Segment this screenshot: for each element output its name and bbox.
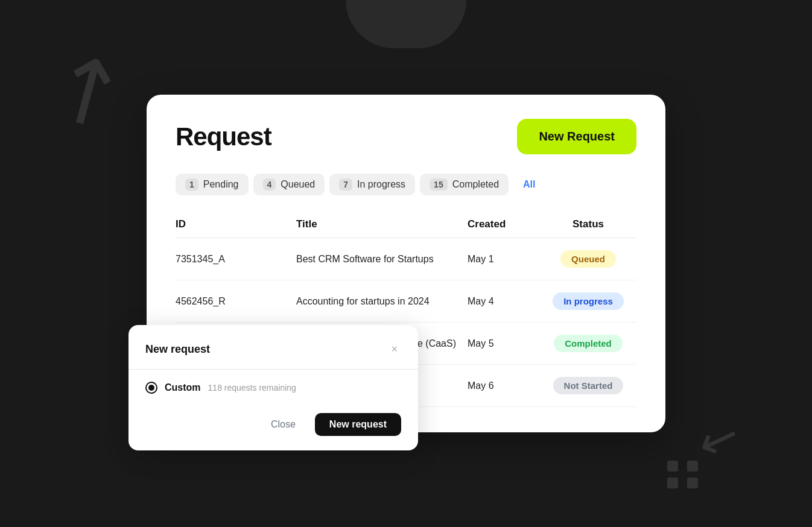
col-created: Created — [468, 212, 540, 238]
row-title: Best CRM Software for Startups — [296, 238, 468, 280]
modal-submit-button[interactable]: New request — [315, 413, 401, 436]
row-created: May 1 — [468, 238, 540, 280]
card-header: Request New Request — [176, 119, 636, 154]
bg-arrow-topleft: ↗ — [27, 24, 145, 153]
radio-button[interactable] — [145, 382, 157, 394]
radio-dot-inner — [148, 385, 154, 391]
row-created: May 5 — [468, 323, 540, 365]
col-title: Title — [296, 212, 468, 238]
col-status: Status — [540, 212, 636, 238]
tab-queued-label: Queued — [281, 179, 315, 190]
modal-header: New request × — [145, 342, 401, 357]
row-created: May 6 — [468, 365, 540, 407]
modal-dialog: New request × Custom 118 requests remain… — [128, 325, 418, 450]
status-badge: Completed — [554, 335, 623, 352]
modal-option-label: Custom — [165, 382, 201, 393]
table-header-row: ID Title Created Status — [176, 212, 636, 238]
tab-completed-count: 15 — [430, 178, 448, 191]
tab-queued-count: 4 — [263, 178, 276, 191]
modal-option: Custom 118 requests remaining — [145, 382, 401, 394]
row-created: May 4 — [468, 280, 540, 323]
modal-close-action-button[interactable]: Close — [259, 413, 308, 436]
tab-queued[interactable]: 4 Queued — [253, 174, 325, 195]
tab-in-progress-label: In progress — [357, 179, 405, 190]
page-title: Request — [176, 122, 271, 151]
modal-option-count: 118 requests remaining — [208, 383, 296, 393]
tab-completed-label: Completed — [452, 179, 499, 190]
col-id: ID — [176, 212, 296, 238]
row-title: Accounting for startups in 2024 — [296, 280, 468, 323]
status-badge: In progress — [553, 292, 624, 310]
table-row: 4562456_RAccounting for startups in 2024… — [176, 280, 636, 323]
tab-in-progress-count: 7 — [339, 178, 352, 191]
tab-completed[interactable]: 15 Completed — [420, 174, 509, 195]
tab-pending-count: 1 — [185, 178, 198, 191]
filter-tabs: 1 Pending 4 Queued 7 In progress 15 Comp… — [176, 174, 636, 195]
modal-divider — [128, 369, 418, 370]
tab-all[interactable]: All — [513, 174, 545, 195]
main-card: Request New Request 1 Pending 4 Queued 7… — [147, 95, 665, 432]
tab-all-label: All — [523, 179, 535, 190]
row-id[interactable]: 7351345_A — [176, 238, 296, 280]
tab-pending-label: Pending — [203, 179, 239, 190]
tab-pending[interactable]: 1 Pending — [176, 174, 249, 195]
modal-footer: Close New request — [145, 413, 401, 436]
new-request-button[interactable]: New Request — [517, 119, 636, 154]
modal-title: New request — [145, 343, 210, 356]
status-badge: Queued — [560, 250, 616, 268]
modal-close-button[interactable]: × — [387, 342, 401, 357]
bg-dots — [667, 461, 703, 491]
row-id[interactable]: 4562456_R — [176, 280, 296, 323]
tab-in-progress[interactable]: 7 In progress — [329, 174, 415, 195]
status-badge: Not Started — [553, 377, 624, 394]
bg-shape-top — [346, 0, 466, 48]
table-row: 7351345_ABest CRM Software for StartupsM… — [176, 238, 636, 280]
